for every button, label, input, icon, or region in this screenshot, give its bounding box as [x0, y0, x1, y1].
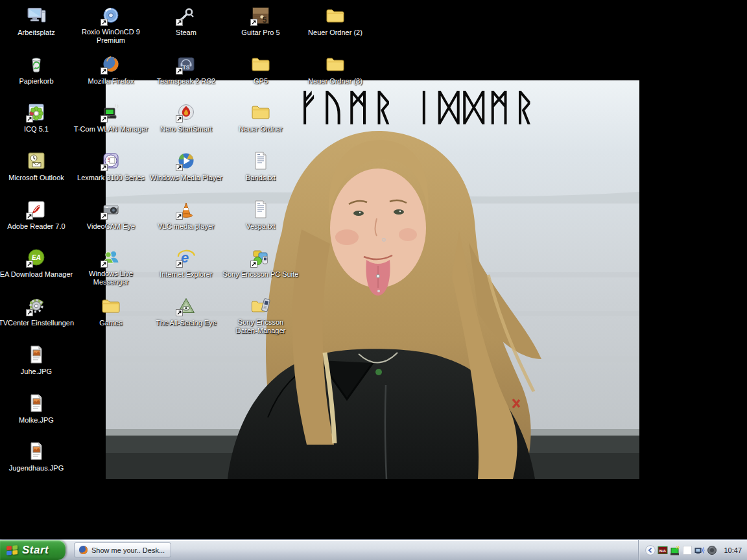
shortcut-arrow-icon	[176, 309, 183, 316]
tray-wlan-monitor-icon[interactable]	[670, 545, 680, 555]
folder-icon	[250, 54, 271, 75]
teamspeak-icon: TS	[176, 54, 196, 75]
tray-chevron-icon[interactable]	[645, 545, 656, 555]
shortcut-arrow-icon	[176, 213, 183, 220]
outlook-icon	[26, 150, 47, 171]
steam-icon	[176, 5, 196, 26]
shortcut-arrow-icon	[26, 213, 33, 220]
shortcut-arrow-icon	[250, 19, 257, 26]
system-tray: N/A 10:47	[638, 540, 747, 560]
desktop-icon-label: Guitar Pro 5	[241, 29, 279, 37]
firefox-icon	[101, 54, 121, 75]
my-computer-icon	[26, 5, 47, 26]
icq-icon	[26, 102, 47, 122]
desktop-icon-label: Vespa.txt	[246, 222, 275, 231]
folder-icon	[250, 102, 271, 122]
messenger-icon	[101, 247, 121, 268]
shortcut-arrow-icon	[101, 115, 108, 122]
shortcut-arrow-icon	[176, 115, 183, 122]
jpg-icon	[26, 441, 47, 461]
desktop-icon-vespa-txt[interactable]: Vespa.txt	[215, 199, 306, 231]
sesuite-icon	[250, 247, 271, 268]
start-button-label: Start	[22, 544, 49, 557]
tray-clock: 10:47	[724, 546, 742, 554]
shortcut-arrow-icon	[26, 261, 33, 268]
desktop-icon-sony-ericsson-pc-suite[interactable]: Sony Ericsson PC Suite	[215, 247, 306, 279]
shortcut-arrow-icon	[250, 261, 257, 268]
nero-icon	[176, 102, 196, 122]
desktop-icon-jugendhaus-jpg[interactable]: Jugendhaus.JPG	[0, 441, 82, 473]
desktop-icon-label: Internet Explorer	[160, 270, 212, 279]
desktop-icon-label: The All-Seeing Eye	[156, 319, 217, 327]
shortcut-arrow-icon	[101, 19, 108, 26]
desktop-icon-label: Steam	[176, 29, 196, 37]
desktop-icon-molke-jpg[interactable]: Molke.JPG	[0, 393, 82, 425]
shortcut-arrow-icon	[176, 19, 183, 26]
folder-icon	[101, 296, 121, 316]
jpg-icon	[26, 393, 47, 414]
desktop-icon-label: Mozilla Firefox	[88, 77, 134, 86]
shortcut-arrow-icon	[101, 261, 108, 268]
desktop-icon-label: Arbeitsplatz	[18, 29, 54, 37]
svg-text:TS: TS	[183, 64, 190, 71]
shortcut-arrow-icon	[101, 164, 108, 171]
desktop-icon-neuer-ordner-3[interactable]: Neuer Ordner (3)	[290, 54, 381, 86]
desktop-icon-label: Neuer Ordner	[239, 125, 282, 134]
desktop-icon-juhe-jpg[interactable]: Juhe.JPG	[0, 344, 82, 377]
firefox-icon	[78, 545, 88, 555]
shortcut-arrow-icon	[176, 261, 183, 268]
videocam-icon	[101, 199, 121, 220]
svg-text:N/A: N/A	[659, 548, 667, 552]
tray-blank-icon[interactable]	[682, 545, 693, 555]
desktop-icon-label: Juhe.JPG	[21, 368, 52, 376]
wallpaper-scene	[106, 80, 639, 479]
desktop-icon-label: Games	[99, 319, 122, 327]
svg-text:5: 5	[263, 16, 267, 25]
desktop-icon-label: T-Com WLAN Manager	[74, 125, 148, 134]
desktop-icon-label: Bands.txt	[246, 174, 276, 182]
desktop-icon-neuer-ordner[interactable]: Neuer Ordner	[215, 102, 306, 134]
desktop-icon-label: Windows Media Player	[150, 174, 222, 182]
roxio-icon	[101, 5, 121, 26]
desktop-icon-label: Sony Ericsson PC Suite	[223, 270, 299, 279]
desktop-icon-label: Nero StartSmart	[160, 125, 211, 134]
taskbar: Start Show me your.. Desk... N/A 10:47	[0, 539, 747, 560]
desktop-icon-label: Jugendhaus.JPG	[9, 464, 64, 472]
svg-text:EA: EA	[32, 254, 41, 261]
shortcut-arrow-icon	[101, 67, 108, 75]
lexmark-icon	[101, 150, 121, 171]
shortcut-arrow-icon	[176, 67, 183, 75]
shortcut-arrow-icon	[26, 309, 33, 316]
guitarpro-icon: 5	[250, 5, 271, 26]
desktop-icon-sony-ericsson-daten-manager[interactable]: Sony Ericsson Daten-Manager	[215, 296, 306, 336]
shortcut-arrow-icon	[176, 164, 183, 171]
sedaten-icon	[250, 296, 271, 316]
tray-volume-icon[interactable]	[707, 545, 717, 555]
adobe-icon	[26, 199, 47, 220]
start-button[interactable]: Start	[0, 540, 65, 560]
tray-icons: N/A	[645, 545, 717, 555]
desktop: ᚠᚢᛗᚱ ᛁᛞᛞᛗᚱ ArbeitsplatzPapierkorbICQ 5.1…	[0, 0, 747, 560]
desktop-icon-label: GP5	[254, 77, 268, 86]
tvcenter-icon	[26, 296, 47, 316]
wallpaper-rune-title: ᚠᚢᛗᚱ ᛁᛞᛞᛗᚱ	[297, 89, 608, 126]
ea-icon: EA	[26, 247, 47, 268]
vlc-icon	[176, 199, 196, 220]
desktop-icon-label: ICQ 5.1	[24, 125, 49, 134]
txt-icon	[250, 199, 271, 220]
desktop-icon-label: VideoCAM Eye	[87, 222, 135, 231]
desktop-icon-bands-txt[interactable]: Bands.txt	[215, 150, 306, 183]
desktop-icon-neuer-ordner-2[interactable]: Neuer Ordner (2)	[290, 5, 381, 38]
wallpaper-photo: ᚠᚢᛗᚱ ᛁᛞᛞᛗᚱ	[106, 80, 639, 479]
tray-na-status-icon[interactable]: N/A	[658, 545, 668, 555]
tray-wireless-network-icon[interactable]	[694, 545, 705, 555]
shortcut-arrow-icon	[26, 115, 33, 122]
ie-icon: e	[176, 247, 196, 268]
desktop-icon-label: Molke.JPG	[19, 416, 54, 425]
desktop-icon-label: Lexmark 3100 Series	[77, 174, 145, 182]
desktop-icon-label: Windows Live Messenger	[89, 270, 133, 286]
folder-icon	[325, 5, 346, 26]
wmp-icon	[176, 150, 196, 171]
recycle-bin-icon	[26, 54, 47, 75]
task-button-firefox-window[interactable]: Show me your.. Desk...	[74, 542, 171, 557]
